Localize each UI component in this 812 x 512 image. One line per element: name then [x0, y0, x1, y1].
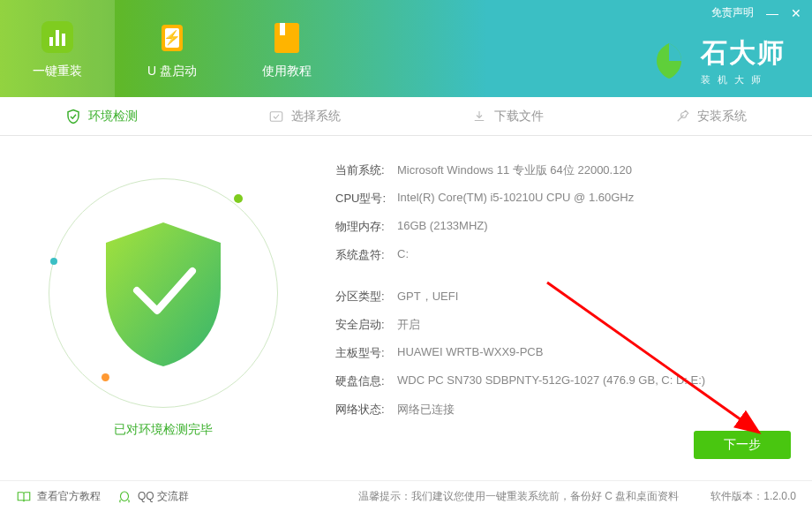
header: 一键重装 ⚡ U 盘启动 使用教程 免责声明 — ✕ 石大师 装机大师 — [0, 0, 812, 97]
cpu-value: Intel(R) Core(TM) i5-10210U CPU @ 1.60GH… — [397, 191, 794, 207]
steps-bar: 环境检测 选择系统 下载文件 安装系统 — [0, 97, 812, 136]
svg-rect-2 — [56, 30, 59, 46]
step-download-label: 下载文件 — [494, 109, 544, 124]
footer-tip: 温馨提示：我们建议您使用一键重装系统前，备份好 C 盘和桌面资料 — [358, 489, 679, 504]
step-env-label: 环境检测 — [88, 109, 138, 124]
step-install[interactable]: 安装系统 — [609, 97, 812, 135]
qq-icon — [117, 489, 132, 505]
net-value: 网络已连接 — [397, 402, 794, 418]
svg-rect-7 — [274, 23, 299, 53]
progress-ring — [49, 178, 278, 408]
svg-text:⚡: ⚡ — [163, 29, 181, 46]
step-select[interactable]: 选择系统 — [203, 97, 406, 135]
drive-value: C: — [397, 247, 794, 263]
brand: 石大师 装机大师 — [648, 35, 786, 87]
brand-title: 石大师 — [701, 35, 786, 72]
mb-value: HUAWEI WRTB-WXX9-PCB — [397, 345, 794, 361]
dot-icon — [234, 194, 243, 203]
step-select-label: 选择系统 — [291, 109, 341, 124]
part-value: GPT，UEFI — [397, 289, 794, 305]
svg-rect-1 — [49, 37, 53, 46]
select-icon — [268, 109, 284, 124]
nav-usb-label: U 盘启动 — [147, 64, 197, 79]
part-label: 分区类型: — [335, 289, 397, 305]
dot-icon — [50, 258, 57, 265]
official-tutorial-link[interactable]: 查看官方教程 — [16, 489, 101, 505]
mb-label: 主板型号: — [335, 345, 397, 361]
usb-icon: ⚡ — [153, 18, 192, 56]
dot-icon — [102, 373, 109, 381]
nav-tutorial-label: 使用教程 — [262, 64, 312, 79]
bar-chart-icon — [38, 18, 77, 56]
secure-label: 安全启动: — [335, 317, 397, 333]
disk-label: 硬盘信息: — [335, 373, 397, 389]
nav-reinstall[interactable]: 一键重装 — [0, 0, 115, 97]
nav-tutorial[interactable]: 使用教程 — [229, 0, 344, 97]
status-text: 已对环境检测完毕 — [114, 422, 213, 438]
divider — [335, 275, 794, 276]
book-open-icon — [16, 489, 32, 505]
footer: 查看官方教程 QQ 交流群 温馨提示：我们建议您使用一键重装系统前，备份好 C … — [0, 480, 812, 512]
next-button[interactable]: 下一步 — [694, 431, 791, 459]
cpu-label: CPU型号: — [335, 191, 397, 207]
ram-label: 物理内存: — [335, 219, 397, 235]
wrench-icon — [674, 109, 690, 124]
download-icon — [471, 109, 487, 124]
net-label: 网络状态: — [335, 402, 397, 418]
step-download[interactable]: 下载文件 — [406, 97, 609, 135]
minimize-button[interactable]: — — [766, 6, 778, 20]
shield-graphic — [40, 169, 287, 417]
status-panel: 已对环境检测完毕 — [0, 136, 327, 471]
brand-subtitle: 装机大师 — [701, 73, 786, 87]
disclaimer-link[interactable]: 免责声明 — [711, 5, 754, 20]
version-info: 软件版本：1.2.0.0 — [710, 489, 796, 504]
drive-label: 系统盘符: — [335, 247, 397, 263]
nav-usb[interactable]: ⚡ U 盘启动 — [115, 0, 229, 97]
close-button[interactable]: ✕ — [791, 6, 801, 20]
step-install-label: 安装系统 — [697, 109, 747, 124]
os-label: 当前系统: — [335, 162, 397, 178]
svg-rect-8 — [280, 23, 285, 35]
qq-group-label: QQ 交流群 — [138, 489, 189, 504]
step-env[interactable]: 环境检测 — [0, 97, 203, 135]
shield-icon — [65, 109, 81, 124]
svg-rect-3 — [62, 34, 65, 46]
disk-value: WDC PC SN730 SDBPNTY-512G-1027 (476.9 GB… — [397, 373, 794, 389]
nav-reinstall-label: 一键重装 — [33, 64, 82, 79]
svg-rect-9 — [270, 111, 282, 121]
official-tutorial-label: 查看官方教程 — [37, 489, 101, 504]
book-icon — [267, 18, 306, 56]
secure-value: 开启 — [397, 317, 794, 333]
logo-icon — [648, 40, 690, 82]
os-value: Microsoft Windows 11 专业版 64位 22000.120 — [397, 162, 794, 178]
system-info: 当前系统:Microsoft Windows 11 专业版 64位 22000.… — [327, 136, 812, 471]
main-content: 已对环境检测完毕 当前系统:Microsoft Windows 11 专业版 6… — [0, 136, 812, 471]
ram-value: 16GB (2133MHZ) — [397, 219, 794, 235]
svg-point-11 — [121, 492, 129, 501]
qq-group-link[interactable]: QQ 交流群 — [117, 489, 189, 505]
top-nav: 一键重装 ⚡ U 盘启动 使用教程 — [0, 0, 344, 97]
window-controls: 免责声明 — ✕ — [711, 5, 801, 20]
